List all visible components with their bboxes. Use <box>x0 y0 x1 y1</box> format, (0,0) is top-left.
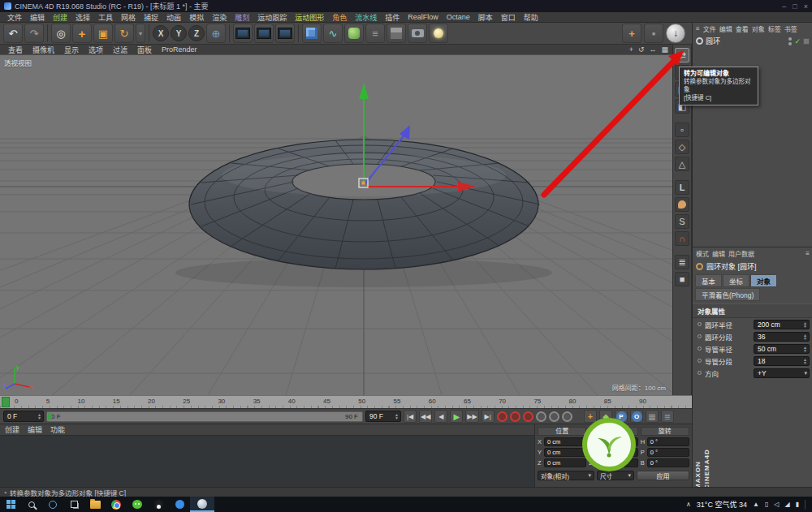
rotate-tool-button[interactable]: ↻ <box>114 24 134 43</box>
start-button[interactable] <box>0 497 21 512</box>
tab-phong[interactable]: 平滑着色(Phong) <box>695 288 760 301</box>
tray-chevron-icon[interactable]: ∧ <box>686 501 691 508</box>
timeline-grid-button[interactable]: ▦ <box>646 410 659 423</box>
close-button[interactable]: × <box>804 2 808 11</box>
vp-menu-view[interactable]: 查看 <box>4 45 27 55</box>
vp-menu-cameras[interactable]: 摄像机 <box>28 45 58 55</box>
tim-button[interactable] <box>169 497 190 512</box>
menu-mesh[interactable]: 网格 <box>117 12 140 23</box>
current-frame-marker[interactable] <box>2 397 10 407</box>
previous-key-button[interactable]: ◀◀ <box>419 410 432 423</box>
rotation-header[interactable]: 旋转 <box>641 427 689 436</box>
mat-menu-function[interactable]: 功能 <box>50 424 65 435</box>
menu-plugins[interactable]: 插件 <box>381 12 404 23</box>
record-scale-button[interactable] <box>536 411 546 422</box>
points-mode-button[interactable]: ▫ <box>675 123 689 137</box>
polygons-mode-button[interactable]: △ <box>675 157 689 171</box>
goto-start-button[interactable]: |◀ <box>404 410 417 423</box>
render-picture-viewer-button[interactable] <box>254 24 274 43</box>
layout-sphere-button[interactable]: ↓ <box>666 24 685 43</box>
stepper-icon[interactable]: ▲▼ <box>803 321 807 328</box>
browser-button[interactable] <box>106 497 127 512</box>
record-position-button[interactable] <box>510 411 520 422</box>
visibility-dots[interactable] <box>788 37 792 45</box>
next-key-button[interactable]: ▶▶ <box>465 410 478 423</box>
maximize-button[interactable]: □ <box>793 2 797 11</box>
volume-icon[interactable]: ◁ <box>774 501 779 508</box>
render-view-button[interactable] <box>233 24 253 43</box>
object-list-item-torus[interactable]: 圆环 ✓ <box>693 35 812 47</box>
add-button[interactable]: + <box>622 24 641 43</box>
pipe-radius-field[interactable]: 50 cm ▲▼ <box>754 344 810 354</box>
minimize-button[interactable]: – <box>782 2 786 11</box>
solo-mode-button[interactable]: S <box>675 214 689 229</box>
weather-widget[interactable]: 31°C 空气优 34 <box>697 499 747 510</box>
menu-render[interactable]: 渲染 <box>208 12 231 23</box>
lock-z-axis-button[interactable]: Z <box>188 25 205 41</box>
menu-create[interactable]: 创建 <box>49 12 71 23</box>
am-options-icon[interactable]: ≡ <box>806 250 810 257</box>
am-menu-mode[interactable]: 模式 <box>696 249 709 258</box>
show-desktop-divider[interactable] <box>805 500 806 510</box>
make-editable-button[interactable]: ⇄ <box>675 48 689 62</box>
add-generator-button[interactable] <box>344 24 364 43</box>
end-frame-field[interactable]: 90 F ▲▼ <box>365 411 401 422</box>
menu-snap[interactable]: 捕捉 <box>140 12 162 23</box>
anim-dot-icon[interactable] <box>698 322 702 326</box>
menu-motion-tracker[interactable]: 运动跟踪 <box>253 12 291 23</box>
menu-animate[interactable]: 动画 <box>162 12 185 23</box>
add-environment-button[interactable] <box>387 24 406 43</box>
record-parameter-button[interactable] <box>549 411 559 422</box>
am-menu-userdata[interactable]: 用户数据 <box>728 249 754 258</box>
vp-menu-display[interactable]: 显示 <box>60 45 83 55</box>
record-rotation-button[interactable] <box>523 411 533 422</box>
add-light-button[interactable] <box>429 24 448 43</box>
network-icon[interactable]: ◢ <box>784 501 789 508</box>
record-keyframe-button[interactable] <box>497 411 508 422</box>
last-tool-button[interactable]: ▾ <box>136 24 145 43</box>
lock-y-axis-button[interactable]: Y <box>171 25 187 41</box>
rotation-p-field[interactable]: 0 ° <box>647 448 689 457</box>
file-explorer-button[interactable] <box>84 497 106 512</box>
power-slider[interactable]: 0 F 90 F <box>46 411 363 422</box>
rotation-h-field[interactable]: 0 ° <box>647 437 689 446</box>
add-camera-button[interactable] <box>408 24 427 43</box>
object-name[interactable]: 圆环 <box>706 36 720 46</box>
add-spline-button[interactable]: ∿ <box>323 24 343 43</box>
menu-pipeline[interactable]: 流水线 <box>351 12 381 23</box>
battery-icon[interactable]: ▮ <box>796 501 799 508</box>
live-selection-button[interactable]: ◎ <box>51 24 71 43</box>
options-button[interactable]: ▪ <box>644 24 663 43</box>
current-frame-field[interactable]: 0 F ▲▼ <box>3 411 44 422</box>
view-label[interactable]: 透视视图 <box>4 58 32 67</box>
menu-tools[interactable]: 工具 <box>94 12 117 23</box>
torus-radius-field[interactable]: 200 cm ▲▼ <box>754 320 810 329</box>
menu-select[interactable]: 选择 <box>71 12 94 23</box>
redo-button[interactable]: ↷ <box>24 24 44 43</box>
om-menu-bookmarks[interactable]: 书签 <box>784 24 797 33</box>
torus-segments-field[interactable]: 36 ▲▼ <box>754 332 810 342</box>
add-array-button[interactable]: ≡ <box>365 24 385 43</box>
timeline-layout-button[interactable]: ≣ <box>661 410 674 423</box>
viewport-solo-hand-button[interactable] <box>675 197 689 212</box>
menu-window[interactable]: 窗口 <box>497 12 520 23</box>
lock-x-axis-button[interactable]: X <box>153 25 169 41</box>
vp-menu-panel[interactable]: 面板 <box>133 45 156 55</box>
add-primitive-button[interactable] <box>302 24 322 43</box>
menu-mograph[interactable]: 运动图形 <box>291 12 328 23</box>
hamburger-icon[interactable]: ≡ <box>696 25 700 32</box>
anim-dot-icon[interactable] <box>698 371 702 375</box>
menu-file[interactable]: 文件 <box>3 12 26 23</box>
tab-object[interactable]: 对象 <box>750 274 777 287</box>
menu-help[interactable]: 帮助 <box>520 12 542 23</box>
goto-end-button[interactable]: ▶| <box>482 410 495 423</box>
menu-character[interactable]: 角色 <box>328 12 351 23</box>
om-menu-file[interactable]: 文件 <box>703 24 716 33</box>
orientation-select[interactable]: +Y ▾ <box>754 368 810 378</box>
om-menu-view[interactable]: 查看 <box>736 24 749 33</box>
om-menu-tags[interactable]: 标签 <box>768 24 781 33</box>
phong-tag-icon[interactable] <box>803 38 810 45</box>
cinema4d-taskbar-button[interactable] <box>190 497 214 512</box>
security-icon[interactable]: ▲ <box>753 501 759 508</box>
move-tool-button[interactable]: + <box>72 24 92 43</box>
